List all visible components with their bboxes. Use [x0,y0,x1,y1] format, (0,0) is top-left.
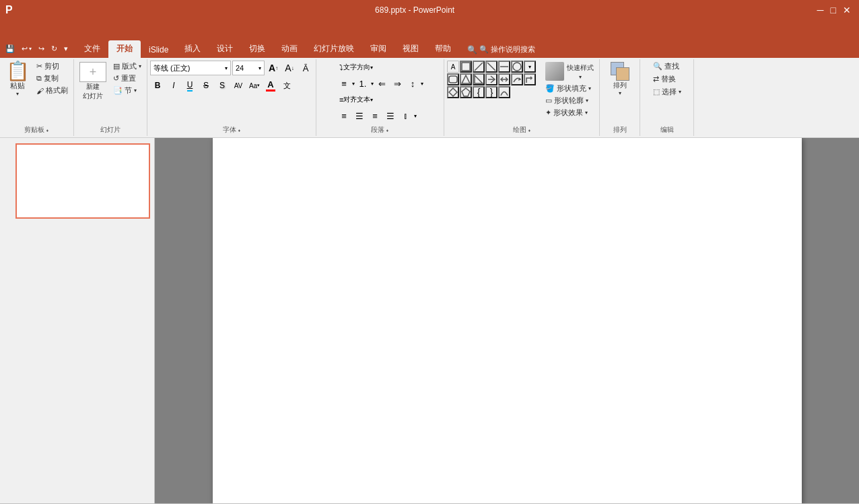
bullets-button[interactable]: ≡ [337,77,351,90]
more-shapes[interactable]: ▾ [524,61,536,73]
quick-styles-button[interactable]: 快速样式▾ [543,61,596,82]
font-name-select[interactable]: 等线 (正文) ▾ [150,61,231,75]
diamond-shape[interactable] [447,86,459,98]
change-case-button[interactable]: Aa▾ [247,78,262,93]
shape-effect-icon: ✦ [545,108,551,117]
tab-help[interactable]: 帮助 [427,40,459,58]
paste-button[interactable]: 📋 粘贴 ▾ [3,61,32,98]
line-spacing-button[interactable]: ↕ [405,77,420,90]
columns-arrow[interactable]: ▾ [414,113,417,119]
tab-design[interactable]: 设计 [209,40,241,58]
tab-search[interactable]: 🔍 🔍 操作说明搜索 [459,42,543,58]
customize-button[interactable]: ▾ [61,43,71,55]
format-painter-button[interactable]: 🖌 格式刷 [34,85,71,96]
text-direction-button[interactable]: ⤵ 文字方向 ▾ [337,61,376,74]
tab-transitions[interactable]: 切换 [241,40,273,58]
line-shape[interactable] [473,61,485,73]
new-slide-button[interactable]: + 新建 幻灯片 [77,61,109,102]
clear-formatting-button[interactable]: Ā [298,61,313,75]
justify-button[interactable]: ☰ [383,109,398,122]
paste-label: 粘贴 [10,81,25,91]
numbering-button[interactable]: 1. [355,77,370,90]
decrease-font-size-button[interactable]: A↓ [282,61,297,75]
triangle-shape[interactable] [460,73,472,85]
slide-canvas[interactable] [213,138,802,503]
bold-button[interactable]: B [150,78,165,93]
paragraph-expand-icon[interactable]: ⬧ [386,127,389,133]
diagonal-line-shape[interactable] [485,61,497,73]
double-arrow-shape[interactable] [498,73,510,85]
maximize-button[interactable]: □ [831,5,836,15]
section-icon: 📑 [113,86,123,95]
copy-button[interactable]: ⧉ 复制 [34,73,71,84]
close-button[interactable]: ✕ [843,5,851,15]
brace-open-shape[interactable]: { [473,86,485,98]
replace-icon: ⇄ [653,75,659,83]
underline-button[interactable]: U [182,78,197,93]
tab-insert[interactable]: 插入 [176,40,209,58]
tab-file[interactable]: 文件 [76,40,108,58]
font-size-select[interactable]: 24 ▾ [232,61,265,75]
circle-shape[interactable] [511,61,523,73]
align-text-button[interactable]: ≡ 对齐文本 ▾ [337,93,376,106]
drawing-expand-icon[interactable]: ⬧ [528,127,531,133]
rect-shape[interactable] [460,61,472,73]
arrow-shape[interactable] [485,73,497,85]
redo-button[interactable]: ↪ [36,43,47,55]
tab-home[interactable]: 开始 [108,40,141,58]
reset-button[interactable]: ↺ 重置 [110,73,144,84]
char-spacing-button[interactable]: AV [231,78,246,93]
repeat-button[interactable]: ↻ [48,43,60,55]
rounded-rect-shape[interactable] [447,73,459,85]
shape-fill-icon: 🪣 [545,84,555,93]
save-button[interactable]: 💾 [3,43,18,55]
font-color-button[interactable]: A [263,78,278,93]
strikethrough-button[interactable]: S [199,78,213,93]
increase-font-size-button[interactable]: A↑ [266,61,281,75]
tab-islide[interactable]: iSlide [141,42,176,58]
undo-button[interactable]: ↩ ▾ [19,43,34,55]
line-spacing-arrow[interactable]: ▾ [421,81,423,87]
section-button[interactable]: 📑 节 ▾ [110,85,144,96]
align-center-button[interactable]: ☰ [352,109,367,122]
replace-button[interactable]: ⇄ 替换 [650,73,679,85]
curved-arrow-shape[interactable] [511,73,523,85]
shape-effect-button[interactable]: ✦ 形状效果 ▾ [543,107,596,118]
italic-button[interactable]: I [166,78,181,93]
font-group: 等线 (正文) ▾ 24 ▾ A↑ A↓ Ā B I U S S [147,59,316,136]
align-left-button[interactable]: ≡ [337,109,351,122]
main-area: 1 [0,138,859,503]
minimize-button[interactable]: ─ [817,5,824,15]
select-button[interactable]: ⬚ 选择 ▾ [650,86,684,98]
shadow-button[interactable]: S [215,78,230,93]
bullets-arrow[interactable]: ▾ [352,81,355,87]
char-shading-button[interactable]: 文 [279,78,294,93]
find-button[interactable]: 🔍 查找 [650,61,682,72]
tab-animations[interactable]: 动画 [273,40,306,58]
font-expand-icon[interactable]: ⬧ [238,127,241,133]
align-right-button[interactable]: ≡ [368,109,382,122]
line2-shape[interactable] [498,61,510,73]
columns-button[interactable]: ⫿ [399,109,413,122]
layout-button[interactable]: ▤ 版式 ▾ [110,61,144,72]
clipboard-expand-icon[interactable]: ⬧ [46,127,49,133]
arrange-button[interactable]: 排列 ▾ [603,61,637,98]
shape-outline-button[interactable]: ▭ 形状轮廓 ▾ [543,95,596,106]
shape-fill-button[interactable]: 🪣 形状填充 ▾ [543,83,596,94]
copy-icon: ⧉ [36,74,42,83]
text-box-shape[interactable]: A [447,61,459,73]
arc-shape[interactable] [498,86,510,98]
increase-indent-button[interactable]: ⇒ [390,77,405,90]
brace-close-shape[interactable]: } [485,86,497,98]
rtriangle-shape[interactable] [473,73,485,85]
numbering-arrow[interactable]: ▾ [371,81,374,87]
elbow-arrow-shape[interactable] [524,73,536,85]
tab-review[interactable]: 审阅 [362,40,394,58]
cut-button[interactable]: ✂ 剪切 [34,61,71,72]
slide-thumbnail[interactable] [15,143,150,219]
tab-slideshow[interactable]: 幻灯片放映 [306,40,362,58]
tab-view[interactable]: 视图 [394,40,427,58]
decrease-indent-button[interactable]: ⇐ [374,77,389,90]
paragraph-group: ⤵ 文字方向 ▾ ≡ ▾ 1. ▾ ⇐ ⇒ ↕ ▾ ≡ 对齐文本 [316,59,444,136]
pentagon-shape[interactable] [460,86,472,98]
